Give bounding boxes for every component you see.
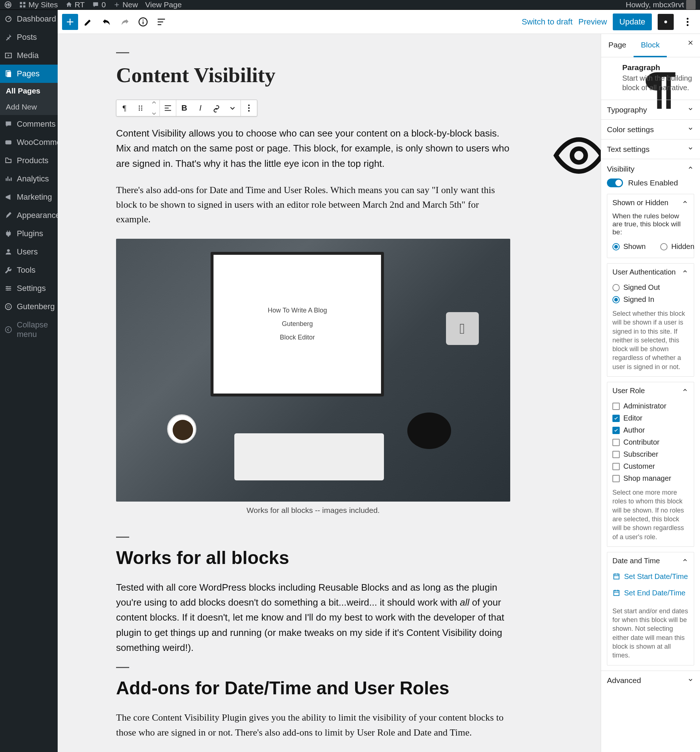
more-format-button[interactable]: [225, 100, 241, 116]
tab-page[interactable]: Page: [601, 34, 633, 57]
hidden-radio[interactable]: Hidden: [660, 241, 694, 253]
user-auth-section[interactable]: User Authentication: [607, 264, 694, 281]
menu-tools[interactable]: Tools: [0, 261, 57, 279]
comments-count[interactable]: 0: [92, 0, 106, 9]
view-page[interactable]: View Page: [145, 0, 182, 9]
block-more-button[interactable]: [241, 100, 257, 116]
products-icon: [5, 157, 12, 165]
comments-icon: [5, 120, 12, 128]
paragraph-block[interactable]: There's also add-ons for Date and Time a…: [116, 183, 510, 227]
menu-posts[interactable]: Posts: [0, 28, 57, 47]
add-block-button[interactable]: [62, 14, 78, 30]
edit-button[interactable]: [80, 14, 96, 30]
menu-gutenberg[interactable]: Gutenberg: [0, 298, 57, 316]
close-settings-button[interactable]: [681, 34, 700, 57]
align-button[interactable]: [160, 100, 176, 116]
submenu-add-new[interactable]: Add New: [0, 99, 57, 115]
rules-enabled-toggle[interactable]: [607, 179, 623, 187]
menu-pages[interactable]: Pages: [0, 65, 57, 83]
move-up-down[interactable]: [149, 100, 160, 116]
user-role-section[interactable]: User Role: [607, 382, 694, 400]
my-sites-link[interactable]: My Sites: [19, 0, 58, 9]
link-button[interactable]: [208, 100, 225, 116]
menu-dashboard[interactable]: Dashboard: [0, 10, 57, 28]
set-start-date-link[interactable]: Set Start Date/Time: [612, 570, 689, 587]
admin-side-menu: DashboardPostsMediaPagesAll PagesAdd New…: [0, 10, 57, 752]
marketing-icon: [5, 193, 12, 201]
menu-marketing[interactable]: Marketing: [0, 188, 57, 206]
drag-handle[interactable]: [132, 100, 149, 116]
update-button[interactable]: Update: [613, 14, 652, 30]
image-caption[interactable]: Works for all blocks -- images included.: [116, 506, 510, 515]
image-block[interactable]: How To Write A Blog Gutenberg Block Edit…: [116, 239, 510, 502]
paragraph-block[interactable]: The core Content Visibility Plugin gives…: [116, 710, 510, 740]
woo-icon: [5, 138, 12, 146]
signed-out-radio[interactable]: Signed Out: [612, 281, 689, 294]
typography-section[interactable]: Typography: [601, 100, 700, 120]
wp-logo[interactable]: [5, 1, 12, 8]
undo-button[interactable]: [99, 14, 115, 30]
new-item[interactable]: New: [113, 0, 138, 9]
menu-media[interactable]: Media: [0, 47, 57, 65]
block-toolbar: ¶ B I: [116, 99, 257, 117]
collapse-icon: [5, 326, 12, 334]
editor-canvas[interactable]: Content Visibility ¶ B I: [57, 34, 601, 752]
heading-block[interactable]: Add-ons for Date/Time and User Roles: [116, 667, 510, 699]
menu-woocommerce[interactable]: WooCommerce: [0, 133, 57, 151]
submenu-all-pages[interactable]: All Pages: [0, 83, 57, 99]
shown-radio[interactable]: Shown: [612, 241, 646, 253]
howdy-user[interactable]: Howdy, mbcx9rvt: [626, 0, 695, 9]
redo-button[interactable]: [117, 14, 133, 30]
tab-block[interactable]: Block: [633, 34, 667, 57]
menu-settings[interactable]: Settings: [0, 279, 57, 298]
advanced-section[interactable]: Advanced: [601, 671, 700, 690]
details-button[interactable]: [135, 14, 151, 30]
settings-toggle-button[interactable]: [658, 14, 674, 30]
more-options-button[interactable]: [680, 14, 695, 30]
role-customer-checkbox[interactable]: Customer: [612, 460, 689, 472]
collapse-menu[interactable]: Collapse menu: [0, 316, 57, 343]
settings-tabs: Page Block: [601, 34, 700, 57]
visibility-eye-icon: [524, 128, 536, 140]
set-end-date-link[interactable]: Set End Date/Time: [612, 587, 689, 603]
text-section[interactable]: Text settings: [601, 140, 700, 159]
paragraph-block[interactable]: Tested with all core WordPress blocks in…: [116, 580, 510, 655]
heading-block[interactable]: Works for all blocks: [116, 537, 510, 569]
avatar: [686, 0, 695, 9]
paragraph-icon: [607, 63, 617, 73]
role-author-checkbox[interactable]: Author: [612, 424, 689, 436]
pin-icon: [5, 33, 12, 41]
role-administrator-checkbox[interactable]: Administrator: [612, 400, 689, 412]
role-editor-checkbox[interactable]: Editor: [612, 412, 689, 424]
rules-enabled-label: Rules Enabled: [628, 179, 678, 187]
preview-link[interactable]: Preview: [579, 17, 607, 26]
block-type-button[interactable]: ¶: [116, 100, 132, 116]
menu-users[interactable]: Users: [0, 243, 57, 261]
menu-appearance[interactable]: Appearance: [0, 206, 57, 225]
page-title[interactable]: Content Visibility: [116, 52, 510, 87]
menu-analytics[interactable]: Analytics: [0, 170, 57, 188]
shown-hidden-section[interactable]: Shown or Hidden: [607, 194, 694, 212]
outline-button[interactable]: [153, 14, 169, 30]
switch-draft-link[interactable]: Switch to draft: [522, 17, 572, 26]
italic-button[interactable]: I: [192, 100, 208, 116]
role-shop-manager-checkbox[interactable]: Shop manager: [612, 472, 689, 485]
settings-sidebar: Page Block Paragraph Start with the buil…: [601, 34, 700, 752]
site-link[interactable]: RT: [65, 0, 85, 9]
block-editor: Switch to draft Preview Update Content V…: [57, 10, 700, 752]
paragraph-block[interactable]: Content Visibility allows you to choose …: [116, 126, 510, 171]
signed-in-radio[interactable]: Signed In: [612, 294, 689, 306]
menu-products[interactable]: Products: [0, 151, 57, 170]
menu-comments[interactable]: Comments: [0, 115, 57, 133]
role-subscriber-checkbox[interactable]: Subscriber: [612, 448, 689, 460]
editor-header: Switch to draft Preview Update: [57, 10, 700, 34]
bold-button[interactable]: B: [176, 100, 192, 116]
users-icon: [5, 248, 12, 256]
plugins-icon: [5, 230, 12, 238]
menu-plugins[interactable]: Plugins: [0, 225, 57, 243]
role-contributor-checkbox[interactable]: Contributor: [612, 436, 689, 448]
color-section[interactable]: Color settings: [601, 120, 700, 139]
date-time-section[interactable]: Date and Time: [607, 552, 694, 570]
visibility-section[interactable]: Visibility: [601, 159, 700, 179]
settings-icon: [5, 284, 12, 292]
